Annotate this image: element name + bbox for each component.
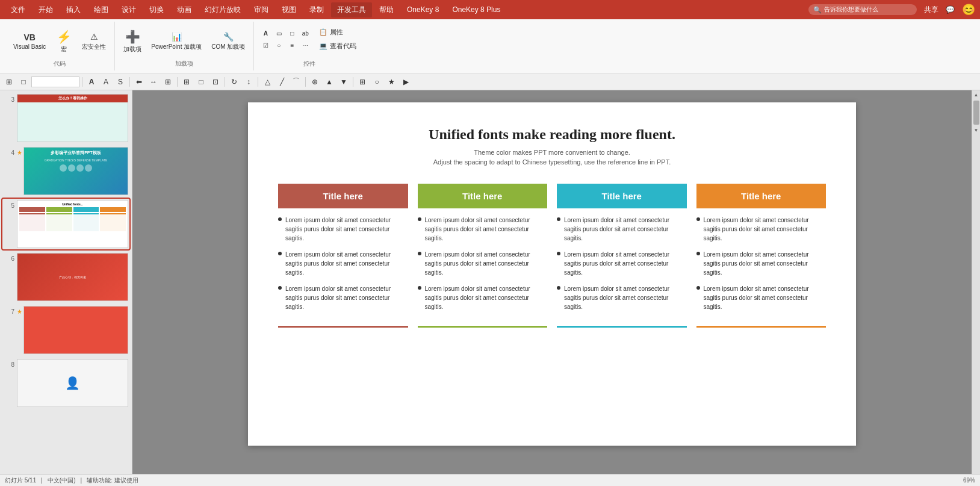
ribbon-group-addins: ➕ 加载项 📊 PowerPoint 加载项 🔧 COM 加载项 加载项 [115,22,254,70]
slide-star-4: ★ [17,149,22,156]
bullet-dot [278,286,282,290]
col4-footer [696,326,826,328]
control-btn-list[interactable]: ≡ [285,39,299,52]
menu-review[interactable]: 审阅 [248,2,274,17]
align-center-btn[interactable]: ↔ [147,75,160,89]
distribute-btn[interactable]: ⊞ [161,75,175,89]
addins-button[interactable]: ➕ 加载项 [120,27,145,56]
scroll-up-arrow[interactable]: ▲ [972,90,980,99]
col3-bullet-1: Lorem ipsum dolor sit amet consectetur s… [557,216,687,243]
control-btn-circle[interactable]: ○ [272,39,285,52]
slide-item-7[interactable]: 7 ★ [2,305,129,355]
line-btn[interactable]: ╱ [275,75,288,89]
col3-text-1: Lorem ipsum dolor sit amet consectetur s… [564,216,687,243]
menu-file[interactable]: 文件 [5,2,31,17]
menu-view[interactable]: 视图 [276,2,302,17]
visual-basic-button[interactable]: VB Visual Basic [10,30,49,52]
macro-button[interactable]: ⚡ 宏 [52,27,76,56]
arrange-btn[interactable]: ⊕ [308,75,321,89]
ungroup-btn[interactable]: □ [194,75,208,89]
col4-thumb [100,213,126,231]
bring-front-btn[interactable]: ▲ [323,75,336,89]
control-btn-check[interactable]: ☑ [259,39,272,52]
connector-btn[interactable]: ⌒ [290,75,303,89]
slide-item-6[interactable]: 6 产品心动，视觉传递 [2,252,129,302]
rotate-btn[interactable]: ↻ [228,75,241,89]
scroll-thumb[interactable] [973,101,979,125]
menu-design[interactable]: 设计 [116,2,142,17]
ppt-addins-button[interactable]: 📊 PowerPoint 加载项 [147,30,205,54]
col2-text-3: Lorem ipsum dolor sit amet consectetur s… [425,284,548,311]
slide-item-4[interactable]: 4 ★ 多彩编平业毕答辩PPT模板 GRADUATION THESIS DEFE… [2,146,129,196]
scroll-down-arrow[interactable]: ▼ [972,126,980,135]
view-code-button[interactable]: 💻 查看代码 [315,40,360,52]
statusbar: 幻灯片 5/11 | 中文(中国) | 辅助功能: 建议使用 69% [0,474,980,486]
com-addins-label: COM 加载项 [211,43,245,51]
menu-devtools[interactable]: 开发工具 [331,2,372,17]
slide-item-5[interactable]: 5 Unified fonts... [2,199,129,249]
properties-button[interactable]: 📋 属性 [315,26,360,38]
main-layout: 3 怎么办？看我操作 4 ★ 多彩编平业毕答辩PPT模板 GRADUATION … [0,90,980,486]
flip-btn[interactable]: ↕ [242,75,255,89]
control-btn-box[interactable]: □ [285,26,299,40]
ppt-icon: 📊 [172,32,182,42]
canvas-area[interactable]: Unified fonts make reading more fluent. … [132,90,972,486]
group-btn[interactable]: ⊞ [180,75,193,89]
comment-icon[interactable]: 💬 [946,5,955,14]
col4-text-3: Lorem ipsum dolor sit amet consectetur s… [704,284,826,311]
titlebar: 文件 开始 插入 绘图 设计 切换 动画 幻灯片放映 审阅 视图 录制 开发工具… [0,0,980,19]
code-icon: 💻 [319,42,327,50]
vb-icon: VB [23,33,35,42]
align-left-btn[interactable]: ⬅ [132,75,146,89]
star-btn[interactable]: ★ [385,75,398,89]
toolbar-size-btn[interactable]: □ [17,75,30,89]
menu-help[interactable]: 帮助 [373,2,400,17]
control-btn-rect[interactable]: ▭ [272,26,285,40]
menu-record[interactable]: 录制 [303,2,330,17]
slide-star-7: ★ [17,308,22,315]
collapse-btn[interactable]: ○ [370,75,383,89]
col4-body: Lorem ipsum dolor sit amet consectetur s… [696,213,826,321]
expand-btn[interactable]: ⊞ [356,75,369,89]
right-scrollbar[interactable]: ▲ ▼ [972,90,980,486]
slide-item-3[interactable]: 3 怎么办？看我操作 [2,93,129,143]
control-btn-more[interactable]: ⋯ [299,39,312,52]
search-box[interactable]: 🔍 告诉我你想要做什么 [808,4,917,15]
com-icon: 🔧 [223,32,234,42]
menu-draw[interactable]: 绘图 [88,2,114,17]
com-addins-button[interactable]: 🔧 COM 加载项 [208,30,249,54]
text-shadow-btn[interactable]: S [114,75,127,89]
bullet-dot [278,252,282,255]
menu-transition[interactable]: 切换 [143,2,170,17]
menu-onekey8[interactable]: OneKey 8 [401,3,445,16]
menu-start[interactable]: 开始 [33,2,59,17]
slide6-title: 产品心动，视觉传递 [20,275,125,279]
menu-animation[interactable]: 动画 [171,2,197,17]
slide-thumb-8: 👤 [17,359,128,407]
macro-security-button[interactable]: ⚠ 宏安全性 [78,30,110,54]
bullet-dot [557,217,560,221]
slide-item-8[interactable]: 8 👤 [2,358,129,408]
shape-btn[interactable]: △ [261,75,274,89]
more-shapes-btn[interactable]: ▶ [399,75,412,89]
menu-slideshow[interactable]: 幻灯片放映 [199,2,247,17]
regroup-btn[interactable]: ⊡ [209,75,222,89]
ribbon-group-controls: A ▭ □ ab ☑ ○ ≡ ⋯ 📋 属性 💻 查看代码 [254,22,365,70]
share-button[interactable]: 共享 [924,5,938,15]
menu-onekey8plus[interactable]: OneKey 8 Plus [446,3,506,16]
menu-insert[interactable]: 插入 [60,2,87,17]
menu-tabs: 文件 开始 插入 绘图 设计 切换 动画 幻灯片放映 审阅 视图 录制 开发工具… [5,2,808,17]
user-icon[interactable]: 😊 [962,3,975,16]
control-btn-a[interactable]: A [259,26,272,40]
properties-label: 属性 [330,28,343,37]
col4-bullet-3: Lorem ipsum dolor sit amet consectetur s… [696,284,826,311]
font-color-btn[interactable]: A [99,75,113,89]
send-back-btn[interactable]: ▼ [337,75,350,89]
view-code-label: 查看代码 [330,42,356,51]
bold-btn[interactable]: A [85,75,98,89]
font-size-input[interactable] [31,76,79,87]
slide-panel[interactable]: 3 怎么办？看我操作 4 ★ 多彩编平业毕答辩PPT模板 GRADUATION … [0,90,132,486]
col2-bullet-2: Lorem ipsum dolor sit amet consectetur s… [418,250,548,277]
toolbar-layout-btn[interactable]: ⊞ [2,75,16,89]
control-btn-ab[interactable]: ab [299,26,312,40]
